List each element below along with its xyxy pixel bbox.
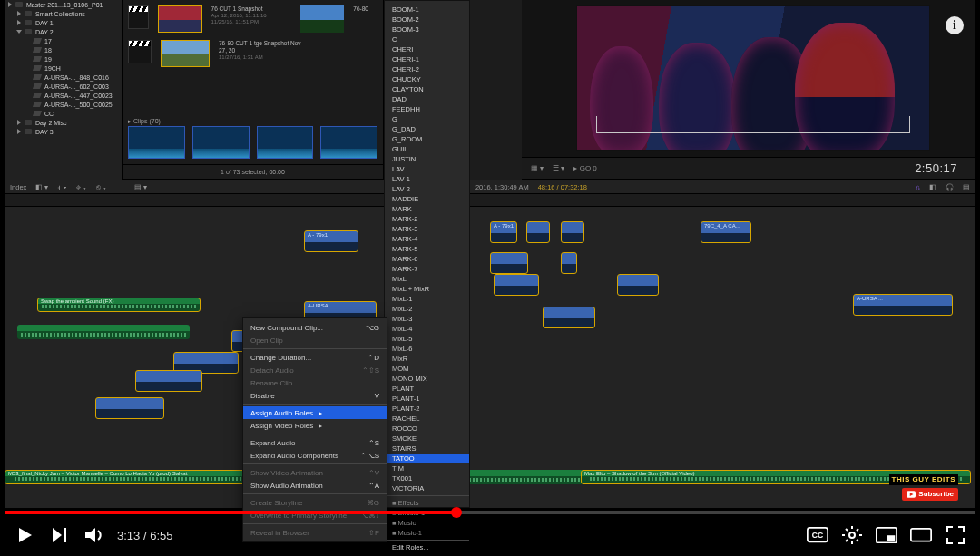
video-clip[interactable]: 79C_4_A CA... [701, 221, 751, 243]
viewer-canvas[interactable] [576, 5, 930, 151]
role-item[interactable]: C [385, 34, 469, 44]
role-item[interactable]: DAD [385, 94, 469, 104]
role-item[interactable]: CHERI-2 [385, 64, 469, 74]
clip-thumb[interactable] [161, 40, 210, 67]
role-item[interactable]: BOOM-3 [385, 24, 469, 34]
sidebar-item[interactable]: DAY 3 [5, 127, 122, 136]
sidebar-item[interactable]: Master 201...13_0106_P01 [5, 0, 122, 9]
video-clip[interactable] [561, 252, 577, 274]
fullscreen-icon[interactable] [945, 524, 966, 546]
role-item[interactable]: VICTORIA [385, 483, 469, 493]
filmstrip-row[interactable] [128, 126, 377, 159]
menu-item[interactable]: Change Duration...⌃D [243, 351, 387, 364]
role-item[interactable]: G_ROOM [385, 134, 469, 144]
video-clip[interactable]: A - 79x1 [304, 230, 358, 252]
role-item[interactable]: MARK-3 [385, 224, 469, 234]
theater-icon[interactable] [910, 524, 932, 546]
library-sidebar[interactable]: Master 201...13_0106_P01Smart Collection… [5, 0, 122, 180]
audio-roles-submenu[interactable]: BOOM-1BOOM-2BOOM-3CCHERICHERI-1CHERI-2CH… [384, 0, 470, 508]
info-icon[interactable]: i [946, 16, 964, 34]
role-item[interactable]: BOOM-1 [385, 5, 469, 15]
sidebar-item[interactable]: A-URSA-..._447_C0023 [5, 91, 122, 100]
video-clip[interactable] [95, 397, 164, 419]
role-item[interactable]: PLANT [385, 384, 469, 394]
timeline-ruler[interactable] [463, 194, 975, 207]
role-item[interactable]: MONO MIX [385, 374, 469, 384]
sidebar-item[interactable]: 18 [5, 45, 122, 54]
miniplayer-icon[interactable] [876, 524, 897, 546]
play-icon[interactable] [14, 524, 35, 546]
role-item[interactable]: CHERI-1 [385, 54, 469, 64]
role-item[interactable]: TIM [385, 463, 469, 473]
cc-icon[interactable]: CC [807, 524, 828, 546]
role-item[interactable]: PLANT-2 [385, 404, 469, 414]
role-item[interactable]: BOOM-2 [385, 15, 469, 24]
index-button[interactable]: Index [10, 183, 26, 191]
sidebar-item[interactable]: A-URSA-..._848_C016 [5, 73, 122, 82]
menu-item[interactable]: New Compound Clip...⌥G [243, 321, 387, 334]
sidebar-item[interactable]: A-URSA-..._500_C0025 [5, 100, 122, 109]
sidebar-item[interactable]: 17 [5, 36, 122, 45]
role-item[interactable]: MARK [385, 204, 469, 214]
role-item[interactable]: CHERI [385, 44, 469, 54]
menu-item[interactable]: Show Audio Animation⌃A [243, 479, 387, 492]
menu-item[interactable]: Assign Audio Roles [243, 406, 387, 419]
sidebar-item[interactable]: 19CH [5, 63, 122, 73]
sidebar-item[interactable]: Smart Collections [5, 9, 122, 18]
video-clip[interactable] [561, 221, 584, 243]
settings-icon[interactable] [841, 524, 863, 546]
sidebar-item[interactable]: DAY 1 [5, 18, 122, 27]
role-item[interactable]: MixL-2 [385, 304, 469, 314]
volume-icon[interactable] [83, 524, 104, 546]
sidebar-item[interactable]: Day 2 Misc [5, 118, 122, 127]
role-item[interactable]: MARK-6 [385, 254, 469, 264]
clip-thumb[interactable] [158, 5, 201, 33]
role-item[interactable]: JUSTIN [385, 154, 469, 164]
role-item[interactable]: CHUCKY [385, 74, 469, 84]
role-item[interactable]: MARK-5 [385, 244, 469, 254]
sidebar-item[interactable]: 19 [5, 54, 122, 63]
role-item[interactable]: LAV 1 [385, 174, 469, 184]
snap-icon[interactable]: ◧ [929, 183, 936, 191]
role-item[interactable]: MixL + MixR [385, 284, 469, 294]
role-item[interactable]: MARK-7 [385, 264, 469, 274]
sidebar-item[interactable]: CC [5, 109, 122, 118]
role-item[interactable]: SMOKE [385, 434, 469, 444]
role-item[interactable]: MixL [385, 274, 469, 284]
role-item[interactable]: MixL-3 [385, 314, 469, 324]
clip-thumb-right[interactable] [300, 5, 344, 33]
role-item[interactable]: MARK-4 [385, 234, 469, 244]
fit-select[interactable]: ▦ ▾ [531, 164, 544, 172]
video-clip[interactable] [494, 274, 539, 296]
role-item[interactable]: TATOO [385, 454, 469, 463]
role-item[interactable]: STAIRS [385, 444, 469, 454]
video-clip[interactable] [617, 274, 659, 296]
settings-icon[interactable]: ▤ [963, 183, 970, 191]
menu-item[interactable]: Expand Audio Components⌃⌥S [243, 449, 387, 462]
role-item[interactable]: MixL-1 [385, 294, 469, 304]
video-clip[interactable] [490, 252, 528, 274]
video-clip[interactable]: A - 79x1 [490, 221, 517, 243]
video-clip[interactable] [526, 221, 550, 243]
audio-clip[interactable]: Swap the ambient Sound (FX) [37, 298, 201, 312]
video-clip[interactable] [543, 307, 595, 328]
video-clip[interactable] [135, 370, 202, 392]
role-item[interactable]: MOM [385, 364, 469, 374]
role-item[interactable]: GUIL [385, 144, 469, 154]
audio-clip[interactable] [17, 325, 190, 339]
menu-item[interactable]: Expand Audio⌃S [243, 436, 387, 449]
sidebar-item[interactable]: A-URSA-..._602_C003 [5, 82, 122, 91]
role-item[interactable]: LAV [385, 164, 469, 174]
role-item[interactable]: FEEDHH [385, 104, 469, 114]
role-item[interactable]: PLANT-1 [385, 394, 469, 404]
role-item[interactable]: G [385, 114, 469, 124]
role-item[interactable]: CLAYTON [385, 84, 469, 94]
role-item[interactable]: TX001 [385, 473, 469, 483]
subscribe-button[interactable]: Subscribe [902, 488, 958, 501]
role-item[interactable]: G_DAD [385, 124, 469, 134]
timeline-right[interactable]: A - 79x179C_4_A CA...A-URSA ...Max Elto … [463, 194, 975, 508]
role-item[interactable]: LAV 2 [385, 184, 469, 194]
role-item[interactable]: MARK-2 [385, 214, 469, 224]
skimmer-icon[interactable]: ⎌ [916, 183, 920, 191]
role-item[interactable]: RACHEL [385, 414, 469, 424]
